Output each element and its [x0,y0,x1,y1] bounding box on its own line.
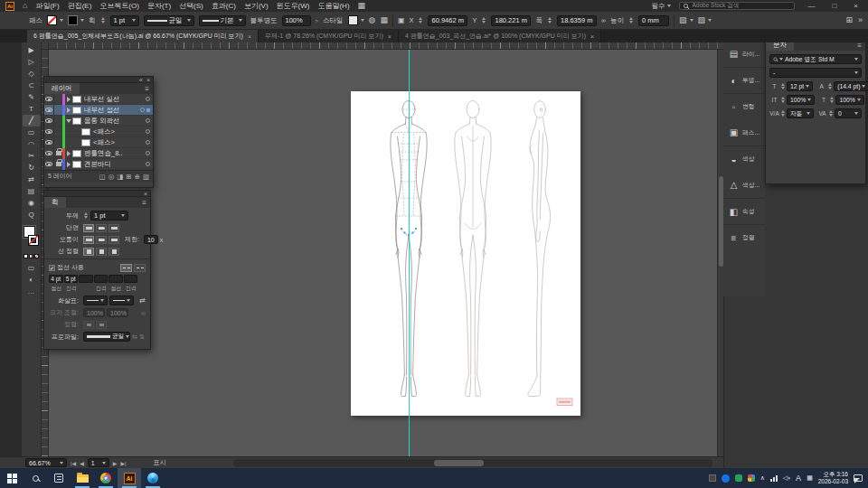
ruler-corner[interactable] [42,42,49,50]
layer-thumbnail[interactable] [72,150,81,157]
opacity-expand-icon[interactable]: > [316,18,319,23]
zoom-tool[interactable]: Q [23,209,41,221]
miter-join-button[interactable] [83,236,94,244]
rotate-tool[interactable]: ↻ [23,162,41,174]
layer-name[interactable]: 내부선 실선 [84,95,146,104]
expand-toggle[interactable] [65,162,72,167]
y-field[interactable]: 180.221 m [491,15,531,26]
menu-file[interactable]: 파일(F) [35,1,59,11]
expand-toggle[interactable] [65,97,72,102]
window-maximize-button[interactable]: □ [827,2,841,10]
start-button[interactable] [0,468,24,488]
menu-view[interactable]: 보기(V) [244,1,269,11]
arrange-documents-icon[interactable]: ⊞ [845,16,853,24]
dock-item-color[interactable]: ◒ 색상 [723,145,765,172]
fill-swatch[interactable] [47,15,57,25]
dock-item-pathfinder[interactable]: ▣ 패스... [723,119,765,145]
x-field[interactable]: 60.9462 m [428,15,467,26]
close-icon[interactable]: × [388,33,392,40]
target-circle[interactable] [140,108,145,112]
fill-stroke-indicator[interactable] [23,225,41,250]
stroke-swatch[interactable] [68,15,78,25]
task-view-button[interactable] [47,468,71,488]
workspace-switcher[interactable]: 필수 [651,2,671,11]
layer-name[interactable]: <패스> [93,127,146,136]
layer-name[interactable]: 펜툴연습_8.. [84,149,146,158]
tray-app-dark[interactable] [709,474,716,482]
kerning-field[interactable]: 자동 [787,108,814,118]
layer-thumbnail[interactable] [81,128,90,136]
window-close-button[interactable]: × [849,2,863,10]
chevron-down-icon[interactable] [361,19,364,22]
arrowhead-end-dropdown[interactable] [109,296,134,305]
style-swatch[interactable] [348,15,358,25]
dock-item-transparency[interactable]: ◐ 투명... [723,67,765,93]
target-circle[interactable] [146,129,150,134]
direct-selection-tool[interactable]: ▷ [23,56,41,68]
height-field[interactable]: 0 mm [638,15,669,26]
type-tool[interactable]: T [23,103,41,115]
visibility-toggle[interactable] [44,94,54,104]
line-segment-tool[interactable]: ╱ [23,115,41,127]
round-cap-button[interactable] [96,224,107,232]
file-explorer-button[interactable] [71,468,94,488]
tray-app-green[interactable] [735,474,742,482]
reference-point-icon[interactable]: ▣ [398,17,405,24]
weight-stepper[interactable] [83,211,89,220]
more-tools-icon[interactable]: … [23,286,41,297]
menu-edit[interactable]: 편집(E) [68,1,92,11]
font-size-stepper[interactable] [780,82,786,90]
illustrator-taskbar-button[interactable]: Ai [118,468,141,488]
expand-toggle[interactable] [65,108,72,113]
color-mode-icon[interactable] [24,254,28,258]
gap-field-1[interactable]: 5 pt [64,275,79,283]
zoom-level-dropdown[interactable]: 66.67% [25,458,67,467]
expand-toggle[interactable] [65,119,72,123]
delete-layer-icon[interactable]: ▥ [143,173,149,181]
horizontal-ruler[interactable] [49,42,723,50]
opacity-field[interactable]: 100% [282,15,311,26]
horizontal-scale-stepper[interactable] [829,96,835,104]
chrome-button[interactable] [94,468,118,488]
chevron-down-icon[interactable] [690,19,693,22]
action-center-button[interactable] [854,474,863,482]
document-tab-2[interactable]: 무제-1 @ 78.26% (CMYK/GPU 미리 보기)× [259,30,399,42]
locate-object-icon[interactable]: ◎ [108,173,115,181]
layer-name[interactable]: 견본바디 [84,160,146,169]
window-minimize-button[interactable]: — [803,2,819,10]
taskbar-search-button[interactable] [24,468,47,488]
last-artboard-icon[interactable]: ▶| [120,460,126,466]
lock-toggle[interactable] [54,151,62,155]
lock-toggle[interactable] [54,162,62,166]
expand-toggle[interactable] [65,151,72,156]
stroke-color-box[interactable] [28,235,39,246]
layer-thumbnail[interactable] [81,139,90,146]
dash-field-1[interactable]: 4 pt [49,275,63,283]
new-sublayer-icon[interactable]: ⊞ [126,173,131,181]
layer-row-selected[interactable]: 내부선 점선 [44,105,153,116]
dock-item-align[interactable]: ≡ 정렬 [723,224,765,250]
layer-row[interactable]: 펜툴연습_8.. [44,148,153,159]
target-circle[interactable] [146,151,150,155]
weight-field[interactable]: 1 pt [90,211,128,221]
prev-artboard-icon[interactable]: ◀ [80,460,84,466]
bevel-join-button[interactable] [108,236,119,244]
swap-arrowheads-icon[interactable]: ⇄ [139,297,146,305]
clock[interactable]: 오후 3:16 2026-02-03 [818,471,848,485]
menu-object[interactable]: 오브젝트(O) [99,1,139,11]
next-artboard-icon[interactable]: ▶ [113,460,118,466]
panel-drag-bar[interactable]: × [44,191,150,197]
panel-menu-icon[interactable]: ≡ [142,197,150,208]
align-outside-button[interactable] [108,248,119,256]
creative-cloud-icon[interactable] [722,474,730,483]
layer-thumbnail[interactable] [72,161,81,168]
stroke-weight-field[interactable]: 1 pt [110,15,139,26]
close-icon[interactable]: × [146,77,150,83]
gradient-tool[interactable]: ◉ [23,197,41,209]
chevron-down-icon[interactable] [60,19,63,22]
font-style-field[interactable]: - [769,68,862,78]
width-profile-dropdown[interactable]: 균일 [144,15,194,26]
close-icon[interactable]: × [590,33,594,40]
document-tab-3[interactable]: 4 펜툴연습_003_곡선_연습.ai* @ 100% (CMYK/GPU 미리… [399,30,601,42]
tracking-stepper[interactable] [828,109,834,117]
